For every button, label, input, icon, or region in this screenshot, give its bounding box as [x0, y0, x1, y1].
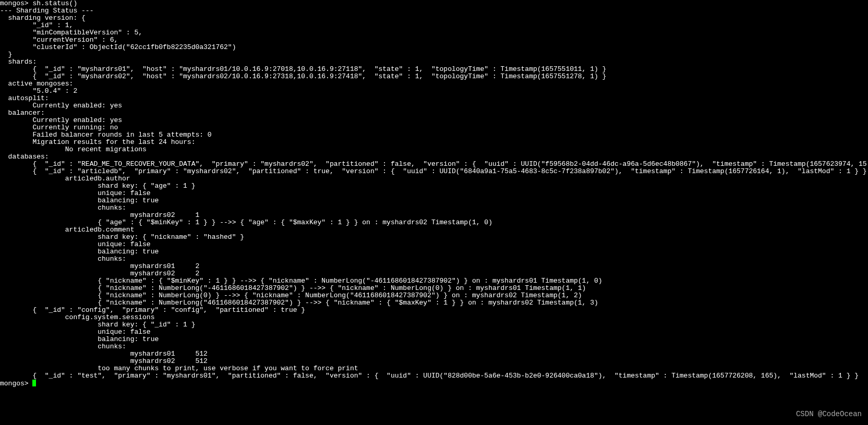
- database-entry-2: { "_id" : "articledb", "primary" : "mysh…: [0, 167, 867, 175]
- collection-author-chunks-label: chunks:: [0, 204, 126, 212]
- prompt-line-2[interactable]: mongos>: [0, 380, 36, 387]
- collection-author-shardkey: shard key: { "age" : 1 }: [0, 182, 195, 190]
- shard-entry-1: { "_id" : "myshardrs01", "host" : "mysha…: [0, 65, 606, 73]
- active-mongoses-label: active mongoses:: [0, 80, 73, 88]
- cursor-icon: [32, 380, 36, 386]
- collection-author-chunks-1: myshardrs02 1: [0, 211, 199, 219]
- prompt-line: mongos> sh.status(): [0, 0, 77, 7]
- balancer-no-migrations: No recent migrations: [0, 145, 147, 153]
- balancer-migration-label: Migration results for the last 24 hours:: [0, 138, 195, 146]
- balancer-failed-rounds: Failed balancer rounds in last 5 attempt…: [0, 131, 212, 139]
- database-entry-3: { "_id" : "config", "primary" : "config"…: [0, 306, 305, 314]
- collection-comment-chunks-1: myshardrs01 2: [0, 262, 199, 270]
- collection-sessions-too-many: too many chunks to print, use verbose if…: [0, 365, 358, 372]
- collection-sessions-shardkey: shard key: { "_id" : 1 }: [0, 321, 195, 329]
- collection-comment-name: articledb.comment: [0, 226, 134, 234]
- sharding-version-id: "_id" : 1,: [0, 21, 73, 29]
- collection-sessions-chunks-label: chunks:: [0, 343, 126, 350]
- shard-entry-2: { "_id" : "myshardrs02", "host" : "mysha…: [0, 72, 606, 80]
- collection-comment-range-3: { "nickname" : NumberLong(0) } -->> { "n…: [0, 292, 582, 299]
- collection-comment-range-1: { "nickname" : { "$minKey" : 1 } } -->> …: [0, 277, 602, 285]
- collection-comment-range-4: { "nickname" : NumberLong("4611686018427…: [0, 299, 598, 307]
- status-header: --- Sharding Status ---: [0, 7, 93, 15]
- sharding-version-mincompat: "minCompatibleVersion" : 5,: [0, 29, 142, 37]
- sharding-version-open: sharding version: {: [0, 14, 86, 22]
- collection-sessions-unique: unique: false: [0, 328, 151, 336]
- collection-sessions-chunks-1: myshardrs01 512: [0, 350, 208, 358]
- collection-comment-shardkey: shard key: { "nickname" : "hashed" }: [0, 233, 244, 241]
- balancer-running: Currently running: no: [0, 124, 118, 131]
- collection-comment-chunks-label: chunks:: [0, 255, 126, 263]
- database-entry-1: { "_id" : "READ_ME_TO_RECOVER_YOUR_DATA"…: [0, 160, 868, 168]
- databases-label: databases:: [0, 153, 49, 161]
- collection-comment-balancing: balancing: true: [0, 248, 159, 256]
- watermark-text: CSDN @CodeOcean: [796, 410, 862, 418]
- shards-label: shards:: [0, 58, 37, 66]
- collection-author-balancing: balancing: true: [0, 197, 159, 204]
- balancer-enabled: Currently enabled: yes: [0, 116, 122, 124]
- sharding-version-current: "currentVersion" : 6,: [0, 36, 118, 44]
- collection-author-unique: unique: false: [0, 189, 151, 197]
- collection-comment-chunks-2: myshardrs02 2: [0, 270, 199, 277]
- collection-sessions-balancing: balancing: true: [0, 335, 159, 343]
- database-entry-4: { "_id" : "test", "primary" : "myshardrs…: [0, 372, 859, 380]
- collection-sessions-chunks-2: myshardrs02 512: [0, 357, 208, 365]
- collection-author-range-1: { "age" : { "$minKey" : 1 } } -->> { "ag…: [0, 218, 492, 226]
- autosplit-enabled: Currently enabled: yes: [0, 102, 122, 110]
- sharding-version-close: }: [0, 51, 12, 58]
- active-mongoses-version: "5.0.4" : 2: [0, 87, 77, 95]
- collection-sessions-name: config.system.sessions: [0, 313, 154, 321]
- balancer-label: balancer:: [0, 109, 45, 117]
- collection-author-name: articledb.author: [0, 175, 130, 183]
- collection-comment-range-2: { "nickname" : NumberLong("-461168601842…: [0, 284, 586, 292]
- collection-comment-unique: unique: false: [0, 240, 151, 248]
- autosplit-label: autosplit:: [0, 94, 49, 102]
- sharding-version-clusterid: "clusterId" : ObjectId("62cc1fb0fb82235d…: [0, 43, 236, 51]
- terminal-output[interactable]: mongos> sh.status() --- Sharding Status …: [0, 0, 868, 387]
